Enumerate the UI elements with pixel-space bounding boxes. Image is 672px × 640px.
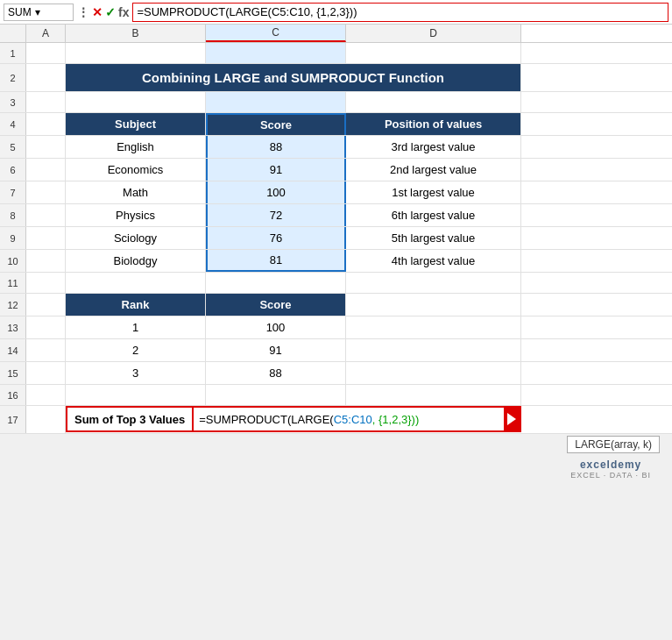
- col-header-d[interactable]: D: [346, 25, 521, 42]
- cell-c3[interactable]: [206, 92, 346, 112]
- cell-d5[interactable]: 3rd largest value: [346, 136, 521, 158]
- cell-b1[interactable]: [66, 43, 206, 63]
- column-headers: A B C D: [0, 25, 672, 43]
- cell-d4-header[interactable]: Position of values: [346, 113, 521, 135]
- cell-c13[interactable]: 100: [206, 316, 346, 338]
- cell-b15[interactable]: 3: [66, 362, 206, 384]
- row-num-7: 7: [0, 181, 26, 203]
- col-header-c[interactable]: C: [206, 25, 346, 42]
- cell-d10[interactable]: 4th largest value: [346, 250, 521, 272]
- row-8: 8 Physics 72 6th largest value: [0, 204, 672, 227]
- cell-d13[interactable]: [346, 316, 521, 338]
- cell-c14[interactable]: 91: [206, 339, 346, 361]
- cell-b9[interactable]: Sciology: [66, 227, 206, 249]
- cell-c12-header[interactable]: Score: [206, 294, 346, 316]
- row-16: 16: [0, 385, 672, 406]
- subject-8: Physics: [116, 209, 155, 222]
- position-header: Position of values: [385, 117, 482, 131]
- cell-a12[interactable]: [26, 294, 66, 316]
- cell-c8[interactable]: 72: [206, 204, 346, 226]
- score-8: 72: [270, 209, 282, 222]
- row-num-3: 3: [0, 92, 26, 112]
- cell-c10[interactable]: 81: [206, 250, 346, 272]
- dropdown-icon[interactable]: ▾: [35, 6, 40, 18]
- row-7: 7 Math 100 1st largest value: [0, 181, 672, 204]
- row-num-5: 5: [0, 136, 26, 158]
- cell-d6[interactable]: 2nd largest value: [346, 159, 521, 181]
- cell-d9[interactable]: 5th largest value: [346, 227, 521, 249]
- tooltip-text: LARGE(array, k): [575, 438, 652, 451]
- cell-d12[interactable]: [346, 294, 521, 316]
- cell-c7[interactable]: 100: [206, 181, 346, 203]
- fx-icon[interactable]: fx: [118, 5, 129, 19]
- cell-a14[interactable]: [26, 339, 66, 361]
- formula-result-row: Sum of Top 3 Values =SUMPRODUCT(LARGE(C5…: [66, 406, 521, 432]
- cell-d11[interactable]: [346, 273, 521, 293]
- cell-a7[interactable]: [26, 181, 66, 203]
- cell-c11[interactable]: [206, 273, 346, 293]
- cell-b4-header[interactable]: Subject: [66, 113, 206, 135]
- cell-b14[interactable]: 2: [66, 339, 206, 361]
- row-9: 9 Sciology 76 5th largest value: [0, 227, 672, 250]
- cell-b6[interactable]: Economics: [66, 159, 206, 181]
- cell-d16[interactable]: [346, 385, 521, 405]
- row-num-9: 9: [0, 227, 26, 249]
- sheet-body: 1 2 Combining LARGE and SUMPRODUCT Funct…: [0, 43, 672, 434]
- cell-c5[interactable]: 88: [206, 136, 346, 158]
- row-num-2: 2: [0, 64, 26, 91]
- rank-score-header: Score: [259, 298, 291, 311]
- cell-reference-box[interactable]: SUM ▾: [4, 4, 74, 21]
- cell-a16[interactable]: [26, 385, 66, 405]
- arrow-icon: [504, 408, 520, 430]
- cell-b11[interactable]: [66, 273, 206, 293]
- position-9: 5th largest value: [392, 231, 475, 245]
- cell-a13[interactable]: [26, 316, 66, 338]
- cell-a10[interactable]: [26, 250, 66, 272]
- row-5: 5 English 88 3rd largest value: [0, 136, 672, 159]
- score-6: 91: [270, 163, 282, 176]
- score-header: Score: [260, 118, 292, 132]
- cell-c6[interactable]: 91: [206, 159, 346, 181]
- cell-b8[interactable]: Physics: [66, 204, 206, 226]
- cell-b12-header[interactable]: Rank: [66, 294, 206, 316]
- col-header-a[interactable]: A: [26, 25, 66, 42]
- cell-a2[interactable]: [26, 64, 66, 91]
- cell-b3[interactable]: [66, 92, 206, 112]
- cell-a3[interactable]: [26, 92, 66, 112]
- cell-c1[interactable]: [206, 43, 346, 63]
- cell-a8[interactable]: [26, 204, 66, 226]
- cell-a1[interactable]: [26, 43, 66, 63]
- cell-d8[interactable]: 6th largest value: [346, 204, 521, 226]
- position-8: 6th largest value: [392, 209, 475, 222]
- cell-a15[interactable]: [26, 362, 66, 384]
- cell-d1[interactable]: [346, 43, 521, 63]
- subject-7: Math: [123, 186, 148, 199]
- cell-c15[interactable]: 88: [206, 362, 346, 384]
- cell-a9[interactable]: [26, 227, 66, 249]
- cell-b13[interactable]: 1: [66, 316, 206, 338]
- confirm-icon[interactable]: ✓: [105, 5, 116, 19]
- cell-d14[interactable]: [346, 339, 521, 361]
- cell-d3[interactable]: [346, 92, 521, 112]
- cell-b5[interactable]: English: [66, 136, 206, 158]
- cell-b16[interactable]: [66, 385, 206, 405]
- cancel-icon[interactable]: ✕: [92, 5, 103, 19]
- col-header-b[interactable]: B: [66, 25, 206, 42]
- more-options-icon[interactable]: ⋮: [77, 5, 89, 19]
- row-11: 11: [0, 273, 672, 294]
- formula-input[interactable]: [132, 3, 668, 22]
- cell-c9[interactable]: 76: [206, 227, 346, 249]
- cell-c16[interactable]: [206, 385, 346, 405]
- cell-a4[interactable]: [26, 113, 66, 135]
- cell-c4-header[interactable]: Score: [206, 113, 346, 135]
- cell-a5[interactable]: [26, 136, 66, 158]
- cell-a17[interactable]: [26, 406, 66, 433]
- cell-b10[interactable]: Biolodgy: [66, 250, 206, 272]
- cell-a11[interactable]: [26, 273, 66, 293]
- cell-b7[interactable]: Math: [66, 181, 206, 203]
- cell-d15[interactable]: [346, 362, 521, 384]
- cell-a6[interactable]: [26, 159, 66, 181]
- cell-d7[interactable]: 1st largest value: [346, 181, 521, 203]
- position-7: 1st largest value: [392, 186, 475, 199]
- formula-text-cell[interactable]: =SUMPRODUCT(LARGE(C5:C10, {1,2,3})): [194, 408, 504, 430]
